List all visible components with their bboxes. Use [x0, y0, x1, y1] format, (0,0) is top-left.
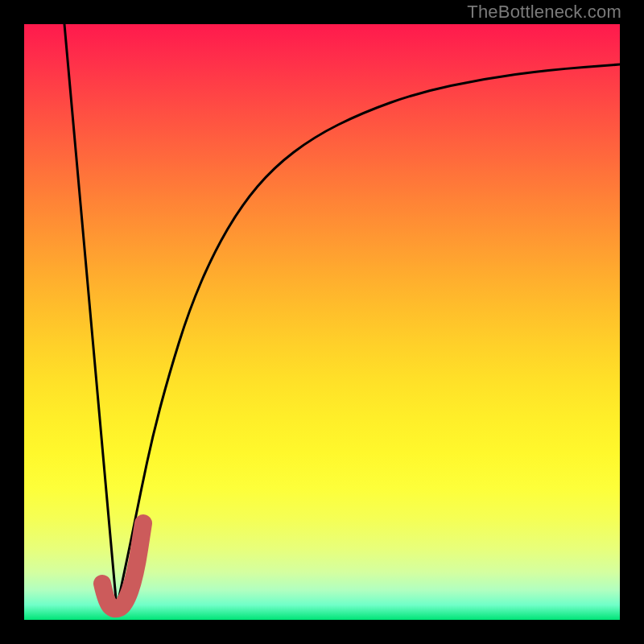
curve-right-branch [117, 64, 620, 608]
chart-container: TheBottleneck.com [0, 0, 644, 644]
curve-left-branch [64, 24, 117, 608]
j-marker-icon [102, 523, 143, 609]
plot-area [24, 24, 620, 620]
curve-layer [24, 24, 620, 620]
watermark-label: TheBottleneck.com [467, 2, 621, 23]
